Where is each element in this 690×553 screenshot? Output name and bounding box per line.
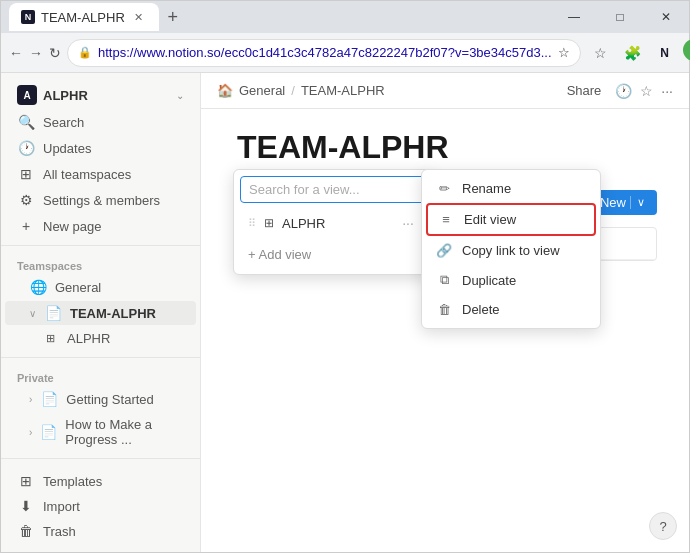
- workspace-chevron-icon: ⌄: [176, 90, 184, 101]
- tab-title: TEAM-ALPHR: [41, 10, 125, 25]
- import-icon: ⬇: [17, 498, 35, 514]
- sidebar: A ALPHR ⌄ 🔍 Search 🕐 Updates ⊞ All teams…: [1, 73, 201, 552]
- getting-started-chevron-icon: ›: [29, 394, 32, 405]
- help-button[interactable]: ?: [649, 512, 677, 540]
- sidebar-item-templates[interactable]: ⊞ Templates: [5, 469, 196, 493]
- sidebar-item-updates[interactable]: 🕐 Updates: [5, 136, 196, 160]
- sidebar-divider-2: [1, 357, 200, 358]
- add-view-button[interactable]: + Add view: [240, 241, 426, 268]
- maximize-button[interactable]: □: [597, 1, 643, 33]
- sidebar-trash-label: Trash: [43, 524, 76, 539]
- context-menu-edit-view[interactable]: ≡ Edit view: [426, 203, 596, 236]
- reload-button[interactable]: ↻: [49, 39, 61, 67]
- tab-favicon: N: [21, 10, 35, 24]
- delete-icon: 🗑: [436, 302, 452, 317]
- private-section-label: Private: [1, 364, 200, 386]
- copy-link-label: Copy link to view: [462, 243, 560, 258]
- context-menu-overlay: ✏ Rename ≡ Edit view 🔗 Copy link to view: [421, 169, 601, 329]
- context-menu-copy-link[interactable]: 🔗 Copy link to view: [426, 236, 596, 265]
- delete-label: Delete: [462, 302, 500, 317]
- view-dropdown-overlay: ⠿ ⊞ ALPHR ··· + Add view: [233, 169, 433, 275]
- view-list-item-alphr[interactable]: ⠿ ⊞ ALPHR ···: [240, 207, 426, 239]
- extension-icon[interactable]: N: [651, 39, 679, 67]
- duplicate-label: Duplicate: [462, 273, 516, 288]
- teamspaces-section-label: Teamspaces: [1, 252, 200, 274]
- teamspaces-icon: ⊞: [17, 166, 35, 182]
- rename-icon: ✏: [436, 181, 452, 196]
- sidebar-all-teamspaces-label: All teamspaces: [43, 167, 131, 182]
- more-options-icon[interactable]: ···: [661, 83, 673, 99]
- edit-view-icon: ≡: [438, 212, 454, 227]
- title-left: N TEAM-ALPHR ✕ +: [9, 3, 551, 31]
- history-icon[interactable]: 🕐: [615, 83, 632, 99]
- context-menu-rename[interactable]: ✏ Rename: [426, 174, 596, 203]
- sidebar-how-to-label: How to Make a Progress ...: [65, 417, 184, 447]
- minimize-button[interactable]: —: [551, 1, 597, 33]
- view-item-more-button[interactable]: ···: [398, 213, 418, 233]
- browser-toolbar: ← → ↻ 🔒 https://www.notion.so/ecc0c1d41c…: [1, 33, 689, 73]
- sidebar-divider-1: [1, 245, 200, 246]
- window-controls: — □ ✕: [551, 1, 689, 33]
- page-title: TEAM-ALPHR: [233, 129, 657, 166]
- view-search-input[interactable]: [240, 176, 426, 203]
- profile-button[interactable]: A: [683, 39, 690, 61]
- sidebar-import-label: Import: [43, 499, 80, 514]
- breadcrumb-sep-1: /: [291, 83, 295, 98]
- breadcrumb-home-icon: 🏠: [217, 83, 233, 98]
- close-window-button[interactable]: ✕: [643, 1, 689, 33]
- back-button[interactable]: ←: [9, 39, 23, 67]
- new-page-icon: +: [17, 218, 35, 234]
- sidebar-item-new-page[interactable]: + New page: [5, 214, 196, 238]
- sidebar-item-all-teamspaces[interactable]: ⊞ All teamspaces: [5, 162, 196, 186]
- workspace-selector[interactable]: A ALPHR ⌄: [5, 81, 196, 109]
- forward-button[interactable]: →: [29, 39, 43, 67]
- tab-close-button[interactable]: ✕: [131, 9, 147, 25]
- breadcrumb-general[interactable]: General: [239, 83, 285, 98]
- workspace-icon: A: [17, 85, 37, 105]
- sidebar-alphr-sub-label: ALPHR: [67, 331, 110, 346]
- sidebar-item-import[interactable]: ⬇ Import: [5, 494, 196, 518]
- sidebar-item-search[interactable]: 🔍 Search: [5, 110, 196, 134]
- sidebar-item-team-alphr[interactable]: ∨ 📄 TEAM-ALPHR: [5, 301, 196, 325]
- trash-icon: 🗑: [17, 523, 35, 539]
- search-icon: 🔍: [17, 114, 35, 130]
- star-icon[interactable]: ☆: [640, 83, 653, 99]
- breadcrumb-icons: 🕐 ☆ ···: [615, 83, 673, 99]
- context-menu-duplicate[interactable]: ⧉ Duplicate: [426, 265, 596, 295]
- sidebar-item-alphr-sub[interactable]: ⊞ ALPHR: [5, 327, 196, 350]
- star-page-button[interactable]: ☆: [587, 39, 615, 67]
- drag-handle-icon: ⠿: [248, 217, 256, 230]
- breadcrumb-bar: 🏠 General / TEAM-ALPHR Share 🕐 ☆ ···: [201, 73, 689, 109]
- address-bar[interactable]: 🔒 https://www.notion.so/ecc0c1d41c3c4782…: [67, 39, 581, 67]
- sidebar-item-settings[interactable]: ⚙ Settings & members: [5, 188, 196, 212]
- lock-icon: 🔒: [78, 46, 92, 59]
- breadcrumb-team-alphr[interactable]: TEAM-ALPHR: [301, 83, 385, 98]
- sidebar-divider-3: [1, 458, 200, 459]
- getting-started-icon: 📄: [40, 391, 58, 407]
- templates-icon: ⊞: [17, 473, 35, 489]
- sidebar-item-general[interactable]: 🌐 General: [5, 275, 196, 299]
- sidebar-item-how-to-progress[interactable]: › 📄 How to Make a Progress ...: [5, 413, 196, 451]
- sidebar-item-trash[interactable]: 🗑 Trash: [5, 519, 196, 543]
- browser-tab[interactable]: N TEAM-ALPHR ✕: [9, 3, 159, 31]
- team-alphr-icon: 📄: [44, 305, 62, 321]
- extensions-button[interactable]: 🧩: [619, 39, 647, 67]
- new-tab-button[interactable]: +: [159, 3, 187, 31]
- sidebar-updates-label: Updates: [43, 141, 91, 156]
- sidebar-item-getting-started[interactable]: › 📄 Getting Started: [5, 387, 196, 411]
- context-menu-delete[interactable]: 🗑 Delete: [426, 295, 596, 324]
- how-to-progress-chevron-icon: ›: [29, 427, 32, 438]
- window-titlebar: N TEAM-ALPHR ✕ + — □ ✕: [1, 1, 689, 33]
- team-alphr-chevron-icon: ∨: [29, 308, 36, 319]
- sidebar-team-alphr-label: TEAM-ALPHR: [70, 306, 156, 321]
- sidebar-new-page-label: New page: [43, 219, 102, 234]
- context-menu: ✏ Rename ≡ Edit view 🔗 Copy link to view: [421, 169, 601, 329]
- share-button[interactable]: Share: [567, 83, 602, 98]
- general-icon: 🌐: [29, 279, 47, 295]
- view-dropdown: ⠿ ⊞ ALPHR ··· + Add view: [233, 169, 433, 275]
- new-btn-label: New: [600, 195, 626, 210]
- updates-icon: 🕐: [17, 140, 35, 156]
- new-btn-arrow-icon[interactable]: ∨: [630, 196, 645, 209]
- copy-link-icon: 🔗: [436, 243, 452, 258]
- sidebar-general-label: General: [55, 280, 101, 295]
